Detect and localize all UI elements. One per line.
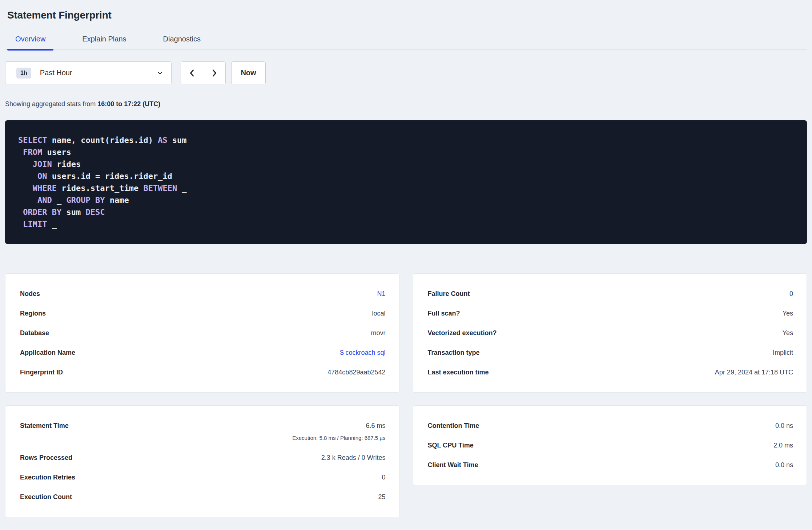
- info-value-wrap: 25: [378, 493, 385, 501]
- time-controls: 1h Past Hour: [5, 61, 807, 84]
- info-value: local: [372, 310, 385, 317]
- info-value: 4784cb829aab2542: [327, 369, 385, 376]
- info-label: Last execution time: [428, 368, 489, 377]
- sql-statement-box: SELECT name, count(rides.id) AS sum FROM…: [5, 120, 807, 244]
- previous-interval-button[interactable]: [181, 62, 203, 84]
- sql-line: ON users.id = rides.rider_id: [18, 170, 794, 182]
- statement-timing-card: Statement Time6.6 msExecution: 5.8 ms / …: [5, 405, 399, 517]
- info-value-wrap: 0.0 ns: [775, 461, 793, 469]
- info-value-wrap: $ cockroach sql: [340, 348, 385, 357]
- info-row: Application Name$ cockroach sql: [20, 343, 386, 362]
- info-value: Implicit: [773, 349, 793, 356]
- chevron-left-icon: [188, 69, 196, 77]
- info-value-wrap: movr: [371, 329, 386, 337]
- info-row: Fingerprint ID4784cb829aab2542: [20, 362, 386, 382]
- info-value: movr: [371, 329, 386, 337]
- time-step-buttons: [181, 61, 226, 84]
- info-row: Databasemovr: [20, 323, 386, 343]
- sql-line: LIMIT _: [18, 218, 794, 230]
- info-value-wrap: Yes: [783, 329, 793, 337]
- info-value-wrap: 6.6 msExecution: 5.8 ms / Planning: 687.…: [292, 421, 385, 442]
- info-value-link[interactable]: N1: [377, 290, 385, 297]
- info-row: Execution Retries0: [20, 467, 386, 487]
- info-row: Statement Time6.6 msExecution: 5.8 ms / …: [20, 416, 386, 448]
- wait-timing-card: Contention Time0.0 nsSQL CPU Time2.0 msC…: [413, 405, 807, 485]
- info-label: Client Wait Time: [428, 461, 478, 469]
- tab-explain-plans[interactable]: Explain Plans: [74, 35, 134, 49]
- tab-overview[interactable]: Overview: [7, 35, 53, 49]
- info-row: Last execution timeApr 29, 2024 at 17:18…: [428, 362, 793, 382]
- overview-details-card: NodesN1RegionslocalDatabasemovrApplicati…: [5, 273, 399, 393]
- info-row: Execution Count25: [20, 487, 386, 507]
- info-value-subtext: Execution: 5.8 ms / Planning: 687.5 µs: [292, 434, 385, 442]
- next-interval-button[interactable]: [203, 62, 225, 84]
- info-value-wrap: 0: [789, 289, 793, 298]
- info-row: NodesN1: [20, 284, 386, 304]
- sql-line: JOIN rides: [18, 158, 794, 170]
- time-range-picker[interactable]: 1h Past Hour: [5, 61, 172, 84]
- info-label: Rows Processed: [20, 453, 72, 462]
- stats-line-prefix: Showing aggregated stats from: [5, 100, 97, 108]
- page-title: Statement Fingerprint: [5, 0, 807, 21]
- info-label: Regions: [20, 309, 46, 318]
- time-range-label: Past Hour: [40, 69, 157, 77]
- info-row: Client Wait Time0.0 ns: [428, 455, 793, 475]
- info-label: Nodes: [20, 289, 40, 298]
- info-value: 6.6 ms: [366, 422, 385, 429]
- info-value-wrap: 0: [382, 473, 385, 482]
- now-button[interactable]: Now: [231, 61, 266, 84]
- info-value: 2.0 ms: [773, 442, 793, 449]
- info-value: Yes: [783, 329, 793, 337]
- info-label: Contention Time: [428, 421, 479, 430]
- info-value-wrap: N1: [377, 289, 385, 298]
- info-value-wrap: Apr 29, 2024 at 17:18 UTC: [715, 368, 793, 377]
- info-label: Execution Count: [20, 493, 72, 501]
- stats-line-range: 16:00 to 17:22 (UTC): [97, 100, 160, 108]
- info-value-wrap: 4784cb829aab2542: [327, 368, 385, 377]
- chevron-down-icon: [157, 70, 163, 76]
- sql-line: WHERE rides.start_time BETWEEN _: [18, 182, 794, 194]
- info-row: SQL CPU Time2.0 ms: [428, 435, 793, 455]
- info-value: Yes: [783, 310, 793, 317]
- info-value-wrap: 2.3 k Reads / 0 Writes: [321, 453, 386, 462]
- info-row: Failure Count0: [428, 284, 793, 304]
- time-range-badge: 1h: [16, 68, 31, 79]
- info-value: 25: [378, 493, 385, 501]
- info-value-wrap: local: [372, 309, 385, 318]
- sql-line: FROM users: [18, 146, 794, 158]
- info-row: Vectorized execution?Yes: [428, 323, 793, 343]
- aggregated-stats-line: Showing aggregated stats from 16:00 to 1…: [5, 100, 807, 108]
- info-value-wrap: Implicit: [773, 348, 793, 357]
- info-value-wrap: Yes: [783, 309, 793, 318]
- info-value: 2.3 k Reads / 0 Writes: [321, 454, 386, 461]
- info-label: SQL CPU Time: [428, 441, 474, 450]
- sql-line: SELECT name, count(rides.id) AS sum: [18, 134, 794, 146]
- info-row: Full scan?Yes: [428, 304, 793, 323]
- info-label: Application Name: [20, 348, 75, 357]
- info-value: 0.0 ns: [775, 422, 793, 429]
- info-value: 0: [382, 474, 385, 481]
- info-row: Regionslocal: [20, 304, 386, 323]
- info-value: 0.0 ns: [775, 461, 793, 469]
- chevron-right-icon: [211, 69, 218, 77]
- info-row: Rows Processed2.3 k Reads / 0 Writes: [20, 448, 386, 467]
- info-value: 0: [789, 290, 793, 297]
- info-row: Transaction typeImplicit: [428, 343, 793, 362]
- tab-bar: Overview Explain Plans Diagnostics: [5, 35, 807, 50]
- info-value: Apr 29, 2024 at 17:18 UTC: [715, 369, 793, 376]
- summary-cards: NodesN1RegionslocalDatabasemovrApplicati…: [5, 273, 807, 517]
- info-label: Transaction type: [428, 348, 480, 357]
- info-row: Contention Time0.0 ns: [428, 416, 793, 435]
- info-value-wrap: 0.0 ns: [775, 421, 793, 430]
- sql-line: AND _ GROUP BY name: [18, 194, 794, 206]
- info-label: Database: [20, 329, 49, 337]
- statement-fingerprint-page: Statement Fingerprint Overview Explain P…: [0, 0, 812, 530]
- info-value-link[interactable]: $ cockroach sql: [340, 349, 385, 356]
- info-label: Statement Time: [20, 421, 69, 430]
- sql-line: ORDER BY sum DESC: [18, 206, 794, 218]
- tab-diagnostics[interactable]: Diagnostics: [155, 35, 209, 49]
- info-label: Failure Count: [428, 289, 470, 298]
- execution-attributes-card: Failure Count0Full scan?YesVectorized ex…: [413, 273, 807, 393]
- info-value-wrap: 2.0 ms: [773, 441, 793, 450]
- info-label: Vectorized execution?: [428, 329, 497, 337]
